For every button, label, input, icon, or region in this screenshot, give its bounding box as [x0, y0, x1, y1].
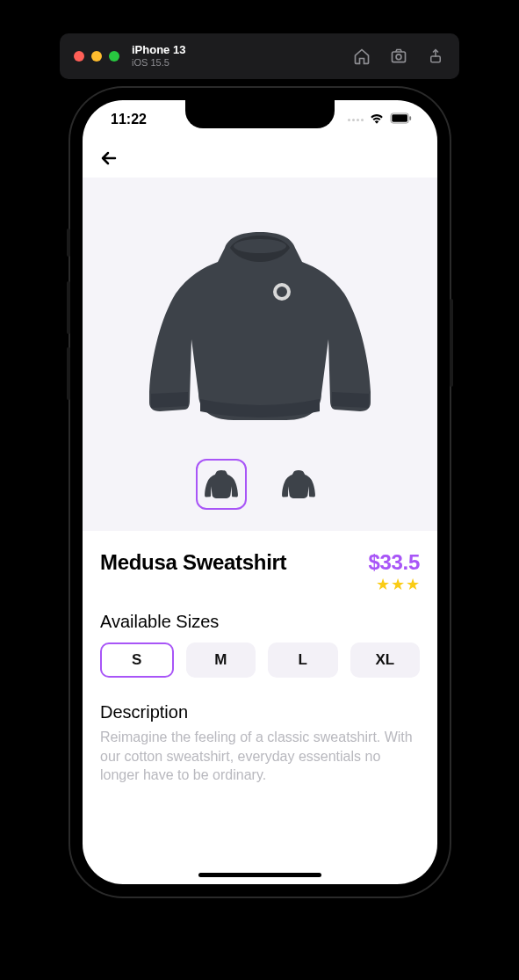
sizes-label: Available Sizes: [100, 612, 420, 632]
window-controls: [74, 51, 119, 62]
product-gallery: [83, 178, 437, 531]
back-button[interactable]: [93, 142, 125, 174]
size-option-s[interactable]: S: [100, 642, 174, 678]
svg-rect-5: [409, 116, 411, 120]
volume-up-button: [67, 281, 70, 334]
screenshot-icon[interactable]: [389, 47, 408, 66]
description-text: Reimagine the feeling of a classic sweat…: [100, 728, 420, 785]
simulator-device-name: iPhone 13: [132, 44, 185, 57]
product-details: Medusa Sweatshirt $33.5 ★ ★ ★ Available …: [83, 531, 437, 884]
simulator-os-version: iOS 15.5: [132, 57, 185, 69]
cellular-icon: [348, 119, 364, 121]
navigation-bar: [83, 139, 437, 178]
svg-point-1: [396, 54, 401, 60]
size-option-xl[interactable]: XL: [350, 642, 421, 678]
thumbnail-row: [83, 454, 437, 515]
svg-rect-2: [431, 56, 441, 62]
rating-stars: ★ ★ ★: [368, 577, 420, 592]
simulator-window-header: iPhone 13 iOS 15.5: [60, 33, 459, 79]
close-window-button[interactable]: [74, 51, 84, 62]
home-icon[interactable]: [352, 47, 371, 66]
size-option-m[interactable]: M: [186, 642, 256, 678]
home-indicator[interactable]: [198, 873, 321, 877]
wifi-icon: [369, 112, 385, 127]
product-price: $33.5: [368, 550, 420, 575]
volume-down-button: [67, 347, 70, 400]
sweatshirt-image: [137, 216, 383, 436]
star-icon: ★: [376, 577, 390, 592]
star-icon: ★: [406, 577, 420, 592]
battery-icon: [390, 112, 413, 127]
svg-rect-4: [392, 114, 407, 121]
device-screen: 11:22: [83, 100, 437, 884]
minimize-window-button[interactable]: [91, 51, 102, 62]
device-notch: [185, 100, 335, 128]
star-icon: ★: [391, 577, 405, 592]
size-option-l[interactable]: L: [268, 642, 338, 678]
thumbnail-1[interactable]: [196, 459, 247, 510]
thumbnail-2[interactable]: [273, 459, 324, 510]
power-button: [450, 299, 453, 387]
fullscreen-window-button[interactable]: [109, 51, 119, 62]
svg-point-6: [234, 239, 286, 253]
description-label: Description: [100, 702, 420, 722]
mute-switch: [67, 229, 70, 257]
product-title: Medusa Sweatshirt: [100, 550, 286, 575]
share-icon[interactable]: [426, 47, 445, 66]
app-content: Medusa Sweatshirt $33.5 ★ ★ ★ Available …: [83, 139, 437, 884]
device-frame: 11:22: [70, 88, 450, 897]
size-options: S M L XL: [100, 642, 420, 678]
hero-image[interactable]: [83, 204, 437, 454]
svg-rect-0: [393, 52, 406, 62]
status-time: 11:22: [111, 112, 147, 127]
